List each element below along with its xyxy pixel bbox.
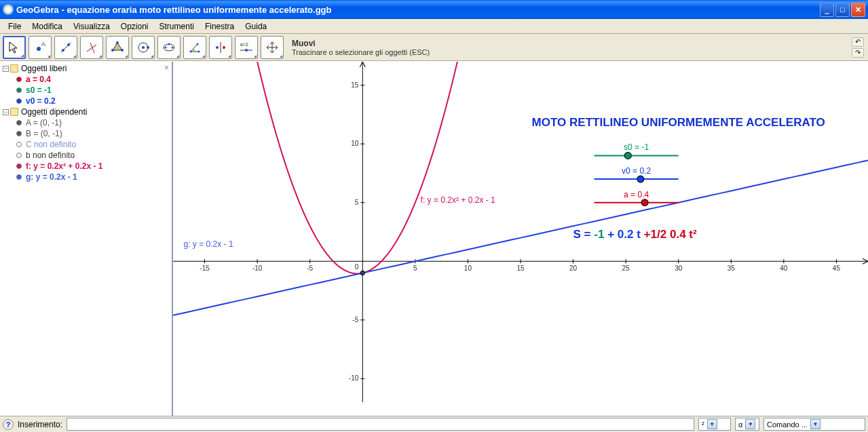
folder-icon bbox=[10, 64, 18, 73]
minimize-button[interactable]: ‗ bbox=[820, 3, 834, 17]
tool-angle[interactable] bbox=[183, 36, 206, 59]
tool-move[interactable] bbox=[3, 36, 26, 59]
svg-text:a = 0.4: a = 0.4 bbox=[624, 190, 649, 199]
tool-line[interactable] bbox=[54, 36, 77, 59]
obj-s0[interactable]: s0 = -1 bbox=[0, 85, 172, 96]
folder-dependent-objects[interactable]: − Oggetti dipendenti bbox=[0, 106, 172, 117]
menu-visualizza[interactable]: Visualizza bbox=[68, 20, 115, 33]
svg-point-16 bbox=[172, 46, 174, 48]
svg-point-12 bbox=[142, 46, 145, 49]
svg-text:25: 25 bbox=[622, 264, 630, 272]
chart-title: MOTO RETTILINEO UNIFORMEMENTE ACCELERATO bbox=[532, 116, 825, 129]
svg-point-18 bbox=[190, 50, 192, 52]
svg-text:s0 = -1: s0 = -1 bbox=[624, 142, 649, 152]
tool-help-text: Muovi Trascinare o selezionare gli ogget… bbox=[292, 39, 849, 56]
chevron-down-icon: ▼ bbox=[707, 419, 717, 429]
tool-circle[interactable] bbox=[132, 36, 155, 59]
angle-icon bbox=[188, 41, 202, 54]
tool-point[interactable]: A bbox=[29, 36, 52, 59]
svg-text:30: 30 bbox=[675, 264, 683, 272]
slider-s0-handle[interactable] bbox=[624, 152, 631, 159]
obj-v0[interactable]: v0 = 0.2 bbox=[0, 96, 172, 106]
svg-point-17 bbox=[168, 43, 170, 45]
slider-a-handle[interactable] bbox=[641, 199, 648, 206]
tool-reflect[interactable] bbox=[209, 36, 232, 59]
graphics-view[interactable]: -15-10-551015202530354045-10-5510150f: y… bbox=[173, 62, 868, 416]
menubar: File Modifica Visualizza Opzioni Strumen… bbox=[0, 19, 868, 34]
svg-text:-10: -10 bbox=[349, 374, 359, 382]
obj-a[interactable]: a = 0.4 bbox=[0, 74, 172, 85]
svg-text:v0 = 0.2: v0 = 0.2 bbox=[622, 166, 651, 176]
tool-polygon[interactable] bbox=[106, 36, 129, 59]
undo-button[interactable]: ↶ bbox=[852, 37, 864, 47]
toolbar: A a=2 Muovi Trascinare o selezionare gli… bbox=[0, 34, 868, 61]
svg-text:-5: -5 bbox=[352, 316, 358, 323]
slider-v0-handle[interactable] bbox=[637, 176, 644, 182]
algebra-close-icon[interactable]: × bbox=[164, 63, 169, 73]
input-bar: ? Inserimento: ²▼ α▼ Comando ...▼ bbox=[0, 416, 868, 432]
svg-text:20: 20 bbox=[569, 264, 578, 272]
help-icon[interactable]: ? bbox=[3, 419, 14, 430]
svg-point-4 bbox=[67, 43, 70, 46]
folder-dep-label: Oggetti dipendenti bbox=[21, 107, 87, 117]
obj-g[interactable]: g: y = 0.2x - 1 bbox=[0, 172, 172, 182]
svg-text:45: 45 bbox=[833, 264, 841, 272]
collapse-icon[interactable]: − bbox=[3, 109, 9, 115]
symbol-picker-2[interactable]: α▼ bbox=[735, 418, 759, 431]
svg-text:A: A bbox=[41, 41, 45, 47]
svg-text:0: 0 bbox=[355, 263, 359, 271]
collapse-icon[interactable]: − bbox=[3, 66, 9, 72]
obj-C[interactable]: C non definito bbox=[0, 139, 172, 150]
obj-f[interactable]: f: y = 0.2x² + 0.2x - 1 bbox=[0, 161, 172, 172]
tool-conic[interactable] bbox=[157, 36, 181, 59]
window-title: GeoGebra - equazione oraria moto rettili… bbox=[16, 5, 820, 15]
svg-point-9 bbox=[121, 49, 124, 52]
close-button[interactable]: ✕ bbox=[851, 3, 865, 17]
menu-guida[interactable]: Guida bbox=[240, 20, 272, 33]
reflect-icon bbox=[214, 41, 227, 54]
polygon-icon bbox=[111, 41, 124, 54]
menu-file[interactable]: File bbox=[3, 20, 26, 33]
equation-text: S = -1 + 0.2 t +1/2 0.4 t² bbox=[573, 228, 697, 241]
folder-free-objects[interactable]: − Oggetti liberi bbox=[0, 63, 172, 74]
tool-help-desc: Trascinare o selezionare gli oggetti (ES… bbox=[292, 48, 430, 56]
f-label: f: y = 0.2x² + 0.2x - 1 bbox=[421, 195, 496, 205]
maximize-button[interactable]: □ bbox=[835, 3, 850, 17]
svg-text:15: 15 bbox=[516, 264, 525, 272]
obj-A[interactable]: A = (0, -1) bbox=[0, 117, 172, 128]
symbol-picker-1[interactable]: ²▼ bbox=[698, 418, 731, 431]
algebra-view[interactable]: × − Oggetti liberi a = 0.4 s0 = -1 v0 = … bbox=[0, 62, 173, 416]
tool-help-title: Muovi bbox=[292, 39, 316, 48]
tool-perpendicular[interactable] bbox=[80, 36, 103, 59]
svg-text:10: 10 bbox=[351, 140, 359, 147]
svg-text:5: 5 bbox=[355, 199, 359, 206]
obj-B[interactable]: B = (0, -1) bbox=[0, 128, 172, 139]
svg-point-20 bbox=[197, 43, 199, 45]
menu-modifica[interactable]: Modifica bbox=[26, 20, 68, 33]
tool-slider[interactable]: a=2 bbox=[235, 36, 258, 59]
menu-strumenti[interactable]: Strumenti bbox=[154, 20, 200, 33]
command-input[interactable] bbox=[67, 418, 694, 431]
svg-point-23 bbox=[223, 46, 225, 49]
svg-point-26 bbox=[245, 49, 248, 52]
svg-line-6 bbox=[90, 43, 94, 53]
g-label: g: y = 0.2x - 1 bbox=[184, 239, 233, 249]
tool-move-view[interactable] bbox=[261, 36, 284, 59]
svg-point-15 bbox=[165, 46, 167, 48]
svg-text:-5: -5 bbox=[307, 264, 313, 272]
redo-button[interactable]: ↷ bbox=[852, 48, 864, 58]
svg-point-10 bbox=[111, 49, 114, 52]
menu-finestra[interactable]: Finestra bbox=[200, 20, 240, 33]
svg-point-13 bbox=[147, 46, 149, 49]
obj-b[interactable]: b non definito bbox=[0, 150, 172, 161]
input-label: Inserimento: bbox=[18, 420, 62, 429]
svg-point-22 bbox=[216, 46, 219, 49]
plot-canvas[interactable]: -15-10-551015202530354045-10-5510150f: y… bbox=[173, 62, 868, 402]
svg-text:15: 15 bbox=[351, 81, 359, 89]
svg-point-19 bbox=[198, 50, 200, 52]
menu-opzioni[interactable]: Opzioni bbox=[115, 20, 154, 33]
slider-icon: a=2 bbox=[238, 41, 255, 54]
command-picker[interactable]: Comando ...▼ bbox=[763, 418, 865, 431]
folder-icon bbox=[10, 108, 18, 116]
svg-text:40: 40 bbox=[780, 264, 788, 272]
